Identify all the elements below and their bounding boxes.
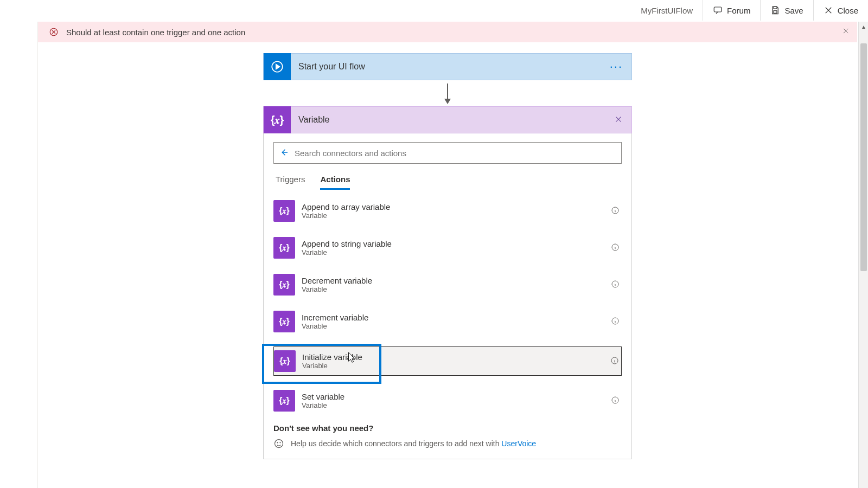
tab-row: Triggers Actions	[273, 170, 622, 190]
variable-panel-title: Variable	[291, 115, 605, 125]
svg-point-13	[280, 442, 280, 443]
action-info-button[interactable]	[609, 206, 622, 216]
svg-rect-0	[714, 7, 722, 12]
info-icon	[611, 243, 620, 252]
variable-panel-header: {𝑥} Variable	[263, 106, 632, 133]
action-increment[interactable]: {𝑥} Increment variable Variable	[273, 310, 622, 333]
svg-rect-2	[774, 11, 777, 14]
search-input[interactable]	[295, 149, 616, 158]
scroll-up-icon: ▲	[860, 24, 867, 30]
smiley-icon	[273, 438, 284, 449]
flow-arrow-icon	[447, 84, 448, 99]
forum-label: Forum	[727, 6, 750, 15]
action-sublabel: Variable	[302, 285, 609, 293]
arrow-left-icon	[279, 147, 289, 157]
close-icon	[824, 5, 833, 15]
help-section: Don't see what you need? Help us decide …	[273, 423, 622, 449]
start-card-title: Start your UI flow	[291, 62, 601, 72]
scroll-thumb[interactable]	[860, 43, 867, 271]
action-set[interactable]: {𝑥} Set variable Variable	[273, 389, 622, 413]
variable-icon: {𝑥}	[273, 274, 295, 296]
variable-panel: {𝑥} Variable Triggers Actions {𝑥}	[263, 106, 632, 459]
chat-icon	[713, 5, 723, 15]
action-label: Increment variable	[302, 313, 609, 322]
start-card-more-button[interactable]: ···	[601, 60, 631, 74]
action-append-string[interactable]: {𝑥} Append to string variable Variable	[273, 236, 622, 260]
tab-triggers[interactable]: Triggers	[276, 170, 305, 190]
action-sublabel: Variable	[302, 322, 609, 330]
action-info-button[interactable]	[609, 243, 622, 253]
info-icon	[611, 317, 620, 325]
close-button[interactable]: Close	[813, 0, 868, 21]
info-icon	[611, 280, 620, 288]
variable-icon: {𝑥}	[273, 390, 295, 412]
action-info-button[interactable]	[609, 317, 622, 327]
variable-icon: {𝑥}	[273, 237, 295, 259]
info-icon	[611, 206, 620, 215]
action-label: Append to string variable	[302, 239, 609, 248]
close-icon	[842, 27, 850, 35]
help-title: Don't see what you need?	[273, 423, 622, 433]
forum-button[interactable]: Forum	[703, 0, 760, 21]
vertical-scrollbar[interactable]: ▲	[858, 22, 868, 488]
action-sublabel: Variable	[302, 401, 609, 409]
play-record-icon	[264, 53, 291, 80]
alert-message: Should at least contain one trigger and …	[66, 28, 245, 37]
error-icon	[49, 27, 59, 37]
save-label: Save	[784, 6, 803, 15]
close-icon	[614, 115, 623, 124]
action-label: Decrement variable	[302, 276, 609, 285]
start-flow-card[interactable]: Start your UI flow ···	[263, 53, 632, 80]
svg-point-11	[275, 440, 283, 448]
variable-icon: {𝑥}	[264, 106, 291, 133]
action-info-button[interactable]	[608, 356, 621, 367]
action-decrement[interactable]: {𝑥} Decrement variable Variable	[273, 273, 622, 297]
tab-actions[interactable]: Actions	[320, 170, 350, 190]
action-initialize[interactable]: {𝑥} Initialize variable Variable	[273, 346, 622, 376]
validation-alert: Should at least contain one trigger and …	[38, 22, 857, 42]
alert-dismiss-button[interactable]	[842, 27, 850, 36]
save-button[interactable]: Save	[760, 0, 813, 21]
action-info-button[interactable]	[609, 396, 622, 406]
variable-icon: {𝑥}	[273, 200, 295, 222]
action-sublabel: Variable	[302, 362, 608, 370]
action-label: Initialize variable	[302, 352, 608, 362]
variable-icon: {𝑥}	[274, 350, 296, 372]
search-back-button[interactable]	[279, 147, 289, 159]
variable-panel-close-button[interactable]	[605, 115, 631, 125]
info-icon	[610, 356, 619, 365]
close-label: Close	[838, 6, 858, 15]
info-icon	[611, 396, 620, 404]
svg-point-12	[277, 442, 278, 443]
flow-name-label: MyFirstUIFlow	[631, 0, 703, 21]
action-label: Append to array variable	[302, 202, 609, 211]
save-icon	[770, 5, 780, 15]
variable-icon: {𝑥}	[273, 311, 295, 332]
svg-rect-1	[774, 7, 777, 9]
action-label: Set variable	[302, 392, 609, 401]
search-row	[273, 142, 622, 164]
uservoice-link[interactable]: UserVoice	[501, 439, 536, 448]
action-info-button[interactable]	[609, 280, 622, 290]
help-text: Help us decide which connectors and trig…	[291, 439, 536, 448]
action-list: {𝑥} Append to array variable Variable {𝑥…	[273, 199, 622, 413]
action-sublabel: Variable	[302, 248, 609, 256]
action-sublabel: Variable	[302, 211, 609, 220]
page-toolbar: MyFirstUIFlow Forum Save Close	[631, 0, 868, 21]
action-append-array[interactable]: {𝑥} Append to array variable Variable	[273, 199, 622, 223]
